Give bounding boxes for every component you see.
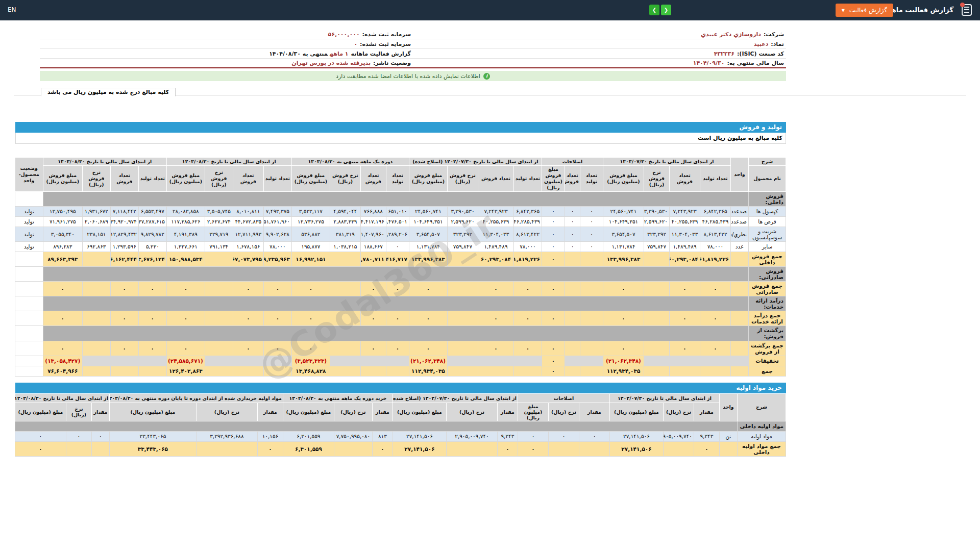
row-label: کپسول ها xyxy=(749,206,786,216)
table-row: جمع برگشت از فروش۰۰۰۰۰۰۰۰۰۰۰۰۰۰۰۰ xyxy=(15,341,786,356)
fiscal-year-end-field: سال مالی منتهی به:۱۴۰۴/۰۹/۳۰ xyxy=(413,60,786,66)
previous-report-button[interactable]: ❮ xyxy=(649,5,659,15)
value-cell: ۲۴,۵۶۰,۷۴۱ xyxy=(603,206,644,216)
product-status-cell xyxy=(15,282,43,296)
value-cell: ۳۲۹,۷۱۹ xyxy=(205,227,233,241)
value-cell: ۱۵۰,۹۸۸,۵۳۴ xyxy=(166,252,205,266)
value-cell: ۱۱۷,۳۸۵,۶۲۶ xyxy=(166,216,205,227)
row-label: تخفیفات xyxy=(749,356,786,366)
value-cell: ۴,۴۱۷,۱۹۶ xyxy=(360,216,386,227)
table-cell xyxy=(43,191,748,206)
value-cell: ۰ xyxy=(263,311,291,326)
section-label: فروش صادراتی: xyxy=(749,266,786,281)
value-cell: ۴۶,۲۸۵,۴۳۹ xyxy=(513,216,542,227)
value-cell: ۰ xyxy=(700,311,731,326)
column-group-header: از ابتدای سال مالی تا تاریخ ۱۴۰۴/۰۷/۳۰ xyxy=(603,158,730,166)
value-cell xyxy=(138,356,166,366)
value-cell: ۱,۱۳۱,۷۸۴ xyxy=(409,241,447,252)
value-cell: ۱,۴۸۹,۴۸۹ xyxy=(478,241,513,252)
value-cell: ۰ xyxy=(110,341,138,356)
value-cell: ۷۵۹,۸۴۷ xyxy=(447,241,478,252)
row-label: جمع فروش صادراتی xyxy=(749,282,786,296)
app-logo-icon[interactable] xyxy=(962,4,972,16)
column-header: مقدار xyxy=(91,403,109,421)
table-cell xyxy=(15,421,737,431)
column-header: تعداد فروش xyxy=(565,166,580,192)
column-header: تعداد تولید xyxy=(138,166,166,192)
column-header: مبلغ فروش (میلیون ریال) xyxy=(542,166,565,192)
value-cell: ۱,۴۸۹,۴۸۹ xyxy=(670,241,700,252)
value-cell: ۰ xyxy=(372,441,393,456)
product-status-cell: تولید xyxy=(15,241,43,252)
value-cell: ۰ xyxy=(233,282,263,296)
unit-cell: صدعددي xyxy=(731,216,749,227)
value-cell: ۰ xyxy=(565,241,580,252)
value-cell: ۶,۳۰۱,۵۵۹ xyxy=(283,441,334,456)
section-header-raw-materials: خرید مواد اولیه xyxy=(15,383,786,393)
unit-cell xyxy=(731,252,749,266)
field-label: گزارش فعالیت ماهانه xyxy=(351,51,411,57)
value-cell: ۱۱,۳۰۴,۰۳۳ xyxy=(478,227,513,241)
column-group-header: از ابتدای سال مالی تا تاریخ ۱۴۰۳/۰۸/۳۰ xyxy=(15,393,109,403)
company-info-row: کد صنعت (ISIC):۴۳۲۲۳۶ گزارش فعالیت ماهان… xyxy=(40,49,786,59)
report-type-dropdown[interactable]: گزارش فعالیت ▼ xyxy=(836,4,893,17)
value-cell: ۸,۶۱۳,۴۲۲ xyxy=(513,227,542,241)
next-report-button[interactable]: ❯ xyxy=(661,5,671,15)
value-cell xyxy=(580,282,603,296)
column-header: مبلغ (میلیون ریال) xyxy=(15,403,66,421)
value-cell xyxy=(478,366,513,376)
value-cell xyxy=(644,282,670,296)
value-cell: ۸۹۶,۲۸۳ xyxy=(43,241,82,252)
section-label: درآمد ارائه خدمات: xyxy=(749,296,786,311)
value-cell: ۷۹۱,۱۳۴ xyxy=(205,241,233,252)
value-cell xyxy=(700,356,731,366)
value-cell: ۰ xyxy=(291,341,330,356)
value-cell: ۳,۵۰۵,۷۴۵ xyxy=(205,206,233,216)
column-header: مبلغ (میلیون ریال) xyxy=(393,403,446,421)
row-label: جمع مواد اولیه داخلی xyxy=(738,441,786,456)
value-cell xyxy=(446,441,497,456)
column-header: تعداد فروش xyxy=(110,166,138,192)
row-label: قرص ها xyxy=(749,216,786,227)
value-cell: ۶۰,۲۹۳,۰۸۴ xyxy=(670,252,700,266)
value-cell xyxy=(205,252,233,266)
value-cell: ۰ xyxy=(360,341,386,356)
value-cell xyxy=(580,311,603,326)
value-cell: ۰ xyxy=(542,216,565,227)
section-row: مواد اولیه داخلی xyxy=(15,421,786,431)
tab-amounts-note[interactable]: کلیه مبالغ درج شده به میلیون ریال می باش… xyxy=(41,88,176,96)
value-cell: ۰ xyxy=(580,216,603,227)
value-cell xyxy=(580,252,603,266)
chevron-down-icon: ▼ xyxy=(842,8,845,13)
value-cell: ۰ xyxy=(409,282,447,296)
value-cell: ۳۲۳,۲۹۲ xyxy=(447,227,478,241)
value-cell: ۰ xyxy=(263,341,291,356)
field-label: وضعیت ناشر: xyxy=(373,60,411,66)
column-header: نرخ (ریال) xyxy=(548,403,579,421)
column-header: تعداد فروش xyxy=(360,166,386,192)
value-cell: ۱۲۶,۴۰۲,۸۶۳ xyxy=(166,366,205,376)
language-toggle[interactable]: EN xyxy=(8,6,16,13)
table-row: قرص هاصدعددي۴۶,۲۸۵,۴۳۹۴۰,۲۵۵,۶۳۹۲,۵۹۹,۶۲… xyxy=(15,216,786,227)
value-cell: ۶۱,۸۱۹,۲۲۶ xyxy=(700,252,731,266)
value-cell: ۱۰۴,۶۴۹,۳۵۱ xyxy=(409,216,447,227)
value-cell: ۳,۳۹۰,۵۳۰ xyxy=(447,206,478,216)
column-group-header: دوره یک ماهه منتهی به ۱۴۰۴/۰۸/۳۰ xyxy=(291,158,409,166)
value-cell xyxy=(579,441,609,456)
row-label: جمع درآمد ارائه خدمات xyxy=(749,311,786,326)
value-cell: ۶۵۱,۰۱۰ xyxy=(386,206,409,216)
field-value: ۱ ماهه xyxy=(330,51,348,57)
value-cell: ۰ xyxy=(565,206,580,216)
column-header: مبلغ فروش (میلیون ریال) xyxy=(603,166,644,192)
value-cell xyxy=(196,441,257,456)
value-cell xyxy=(644,252,670,266)
value-cell: ۰ xyxy=(15,441,66,456)
field-value: پذيرفته شده در بورس تهران xyxy=(291,60,371,66)
product-status-cell xyxy=(15,366,43,376)
value-cell: ۹,۸۲۹,۷۸۲ xyxy=(138,227,166,241)
column-group-header: خرید دوره یک ماهه منتهی به ۱۴۰۴/۰۸/۳۰ xyxy=(283,393,393,403)
value-cell: ۱۲,۷۳۶,۲۷۵ xyxy=(291,216,330,227)
value-cell: ۳۲۳,۲۹۲ xyxy=(644,227,670,241)
column-group-header: شرح xyxy=(749,158,786,166)
value-cell: ۲,۹۰۵,۰۰۹,۷۴۰ xyxy=(446,431,497,441)
